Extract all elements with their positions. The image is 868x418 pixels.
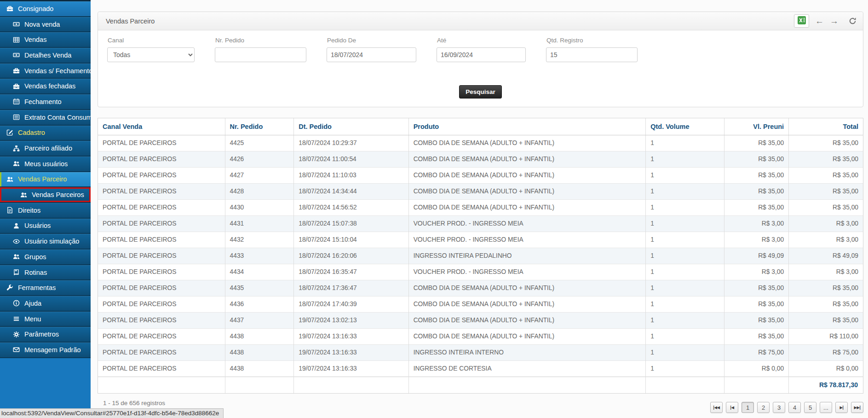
cell-nr-pedido: 4426 [225, 151, 294, 167]
banknote-icon [12, 52, 20, 58]
sidebar-item-label: Mensagem Padrão [24, 346, 81, 354]
cell-produto: INGRESSO INTEIRA INTERNO [408, 344, 646, 360]
sidebar-item-menu[interactable]: Menu [0, 312, 91, 327]
cell-total: R$ 35,00 [789, 135, 863, 151]
cell-dt-pedido: 18/07/2024 15:07:38 [294, 215, 408, 232]
sidebar-item-direitos[interactable]: Direitos [0, 203, 91, 219]
filter-field-nr-pedido: Nr. Pedido [215, 37, 306, 62]
table-row[interactable]: PORTAL DE PARCEIROS443819/07/2024 13:16:… [98, 360, 863, 377]
table-row[interactable]: PORTAL DE PARCEIROS443618/07/2024 17:40:… [98, 296, 863, 312]
table-row[interactable]: PORTAL DE PARCEIROS443218/07/2024 15:10:… [98, 232, 863, 248]
nr-pedido-input[interactable] [215, 47, 306, 62]
pagination: |◀◀|◀12345...▶|▶▶| [710, 402, 863, 413]
table-row[interactable]: PORTAL DE PARCEIROS442718/07/2024 11:10:… [98, 167, 863, 183]
table-row[interactable]: PORTAL DE PARCEIROS442618/07/2024 11:00:… [98, 151, 863, 167]
sidebar-item-detalhes-venda[interactable]: Detalhes Venda [0, 48, 91, 64]
sidebar-item-label: Fechamento [24, 98, 62, 105]
pedido-de-input[interactable] [327, 47, 416, 62]
sidebar-item-grupos[interactable]: Grupos [0, 250, 91, 265]
user-icon [12, 222, 20, 229]
table-row[interactable]: PORTAL DE PARCEIROS443018/07/2024 14:56:… [98, 199, 863, 215]
prev-page-button[interactable]: |◀ [726, 402, 738, 413]
cell-nr-pedido: 4432 [225, 232, 294, 248]
users-icon [20, 192, 28, 198]
cell-produto: INGRESSO INTEIRA PEDALINHO [408, 248, 646, 264]
sidebar-item-usuario-simulacao[interactable]: Usuário simulação [0, 234, 91, 250]
sidebar-item-usuarios[interactable]: Usuários [0, 219, 91, 234]
sidebar-item-parceiro-afiliado[interactable]: Parceiro afiliado [0, 141, 91, 157]
envelope-icon [12, 346, 20, 353]
page-2-button[interactable]: 2 [757, 402, 770, 413]
cell-produto: COMBO DIA DE SEMANA (ADULTO + INFANTIL) [408, 199, 646, 215]
page-3-button[interactable]: 3 [773, 402, 785, 413]
table-row[interactable]: PORTAL DE PARCEIROS443819/07/2024 13:16:… [98, 344, 863, 360]
cell-qtd-volume: 1 [646, 232, 724, 248]
table-row[interactable]: PORTAL DE PARCEIROS443318/07/2024 16:20:… [98, 248, 863, 264]
cell-produto: VOUCHER PROD. - INGRESSO MEIA [408, 232, 646, 248]
pesquisar-button[interactable]: Pesquisar [459, 85, 502, 99]
page-ellipsis-button[interactable]: ... [820, 402, 832, 413]
cell-qtd-volume: 1 [646, 280, 724, 296]
table-row[interactable]: PORTAL DE PARCEIROS443719/07/2024 13:02:… [98, 312, 863, 328]
cell-produto: COMBO DIA DE SEMANA (ADULTO + INFANTIL) [408, 135, 646, 151]
cell-qtd-volume: 1 [646, 344, 724, 360]
cell-total: R$ 75,00 [789, 344, 863, 360]
export-excel-button[interactable] [794, 14, 809, 28]
sidebar-item-label: Menu [24, 315, 41, 323]
sidebar-item-mensagem-padrao[interactable]: Mensagem Padrão [0, 343, 91, 358]
sidebar-item-vendas-s-fechamento[interactable]: Vendas s/ Fechamento [0, 64, 91, 79]
sidebar-item-vendas-parceiro[interactable]: Vendas Parceiro [0, 172, 91, 188]
table-row[interactable]: PORTAL DE PARCEIROS443819/07/2024 13:16:… [98, 328, 863, 344]
cell-produto: COMBO DIA DE SEMANA (ADULTO + INFANTIL) [408, 280, 646, 296]
cell-nr-pedido: 4437 [225, 312, 294, 328]
calendar-icon [12, 98, 20, 105]
refresh-icon[interactable] [849, 17, 857, 25]
last-page-button[interactable]: ▶▶| [851, 402, 863, 413]
table-row[interactable]: PORTAL DE PARCEIROS442818/07/2024 14:34:… [98, 183, 863, 199]
sidebar-item-vendas[interactable]: Vendas [0, 32, 91, 48]
cell-qtd-volume: 1 [646, 151, 724, 167]
page-5-button[interactable]: 5 [804, 402, 816, 413]
app-window: ConsignadoNova vendaVendasDetalhes Venda… [0, 0, 868, 418]
table-row[interactable]: PORTAL DE PARCEIROS443118/07/2024 15:07:… [98, 215, 863, 232]
sidebar-item-ferramentas[interactable]: Ferramentas [0, 280, 91, 296]
table-row[interactable]: PORTAL DE PARCEIROS442518/07/2024 10:29:… [98, 135, 863, 151]
sidebar-item-label: Vendas Parceiro [18, 175, 67, 183]
first-page-button[interactable]: |◀◀ [710, 402, 723, 413]
canal-select[interactable]: Todas [107, 47, 195, 62]
cell-produto: VOUCHER PROD. - INGRESSO MEIA [408, 215, 646, 232]
cell-dt-pedido: 19/07/2024 13:02:13 [294, 312, 408, 328]
cell-dt-pedido: 18/07/2024 11:00:54 [294, 151, 408, 167]
qtd-registro-input[interactable] [546, 47, 638, 62]
filter-label-nr-pedido: Nr. Pedido [215, 37, 306, 44]
page-1-button[interactable]: 1 [742, 402, 754, 413]
status-bar-url: localhost:5392/VendaView/Consultar#25770… [0, 408, 224, 418]
briefcase-icon [12, 67, 20, 74]
page-4-button[interactable]: 4 [788, 402, 801, 413]
page-title: Vendas Parceiro [106, 17, 155, 25]
sidebar-item-extrato-conta-consumo[interactable]: Extrato Conta Consumo [0, 110, 91, 126]
back-arrow-icon[interactable]: ← [815, 17, 824, 25]
column-header-nr-pedido: Nr. Pedido [225, 118, 294, 135]
table-row[interactable]: PORTAL DE PARCEIROS443418/07/2024 16:35:… [98, 264, 863, 280]
sidebar-item-ajuda[interactable]: Ajuda [0, 296, 91, 312]
ate-input[interactable] [437, 47, 526, 62]
sidebar-item-fechamento[interactable]: Fechamento [0, 94, 91, 110]
cell-nr-pedido: 4436 [225, 296, 294, 312]
sidebar-item-vendas-fechadas[interactable]: Vendas fechadas [0, 79, 91, 94]
sidebar-item-nova-venda[interactable]: Nova venda [0, 17, 91, 33]
cell-dt-pedido: 19/07/2024 13:16:33 [294, 328, 408, 344]
footer-empty-cell [408, 377, 646, 393]
sidebar-item-label: Usuários [24, 222, 51, 229]
sidebar-item-meus-usuarios[interactable]: Meus usuários [0, 157, 91, 172]
sidebar-item-vendas-parceiros[interactable]: Vendas Parceiros [0, 187, 91, 203]
cell-total: R$ 49,09 [789, 248, 863, 264]
sidebar-item-cadastro[interactable]: Cadastro [0, 126, 91, 141]
forward-arrow-icon[interactable]: → [830, 17, 839, 25]
sidebar-item-rotinas[interactable]: Rotinas [0, 265, 91, 281]
cell-total: R$ 110,00 [789, 328, 863, 344]
sidebar-item-consignado[interactable]: Consignado [0, 1, 91, 17]
next-page-button[interactable]: ▶| [835, 402, 848, 413]
sidebar-item-parametros[interactable]: Parâmetros [0, 327, 91, 343]
table-row[interactable]: PORTAL DE PARCEIROS443518/07/2024 17:36:… [98, 280, 863, 296]
